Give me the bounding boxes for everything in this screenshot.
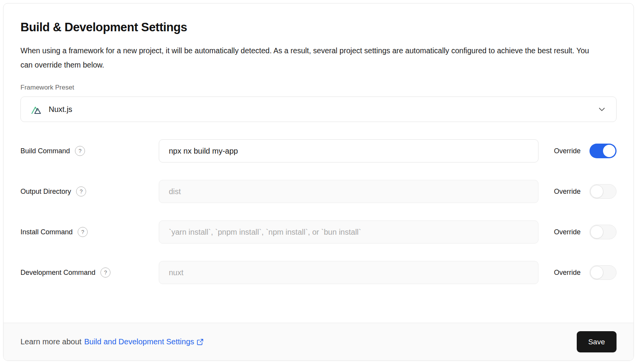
override-label: Override: [554, 228, 581, 236]
output-directory-label-group: Output Directory ?: [20, 186, 159, 196]
output-directory-row: Output Directory ? Override: [20, 180, 617, 203]
output-directory-input: [159, 180, 538, 203]
question-mark-icon[interactable]: ?: [100, 267, 110, 278]
install-command-label-group: Install Command ?: [20, 227, 159, 237]
development-command-label: Development Command: [20, 269, 95, 277]
build-command-label-group: Build Command ?: [20, 146, 159, 156]
framework-preset-select[interactable]: Nuxt.js: [20, 97, 617, 122]
external-link-icon: [196, 338, 204, 346]
toggle-knob: [590, 185, 603, 198]
development-command-override-toggle[interactable]: [589, 265, 617, 280]
question-mark-icon[interactable]: ?: [78, 227, 88, 237]
build-command-input[interactable]: [159, 139, 538, 163]
chevron-down-icon: [598, 105, 606, 113]
development-command-label-group: Development Command ?: [20, 267, 159, 278]
nuxtjs-logo-icon: [31, 104, 43, 115]
settings-description: When using a framework for a new project…: [20, 44, 594, 72]
card-content: Build & Development Settings When using …: [3, 3, 634, 323]
development-command-row: Development Command ? Override: [20, 261, 617, 284]
framework-preset-value: Nuxt.js: [49, 105, 72, 114]
install-command-override: Override: [554, 225, 617, 239]
learn-more-text: Learn more about Build and Development S…: [20, 337, 204, 346]
toggle-knob: [590, 225, 603, 239]
install-command-row: Install Command ? Override: [20, 220, 617, 244]
override-label: Override: [554, 147, 581, 155]
docs-link-label: Build and Development Settings: [84, 337, 194, 346]
framework-preset-selected: Nuxt.js: [31, 104, 72, 115]
toggle-knob: [590, 266, 603, 279]
output-directory-label: Output Directory: [20, 188, 71, 196]
save-button[interactable]: Save: [577, 331, 617, 352]
output-directory-override-toggle[interactable]: [589, 184, 617, 199]
toggle-knob: [603, 145, 615, 157]
build-settings-docs-link[interactable]: Build and Development Settings: [84, 337, 204, 346]
question-mark-icon[interactable]: ?: [76, 186, 86, 196]
install-command-label: Install Command: [20, 228, 73, 236]
install-command-input: [159, 220, 538, 244]
override-label: Override: [554, 269, 581, 277]
framework-preset-label: Framework Preset: [20, 84, 617, 91]
build-command-override-toggle[interactable]: [589, 144, 617, 158]
install-command-override-toggle[interactable]: [589, 225, 617, 239]
build-command-label: Build Command: [20, 147, 70, 155]
card-footer: Learn more about Build and Development S…: [3, 323, 634, 361]
build-command-row: Build Command ? Override: [20, 139, 617, 163]
build-settings-card: Build & Development Settings When using …: [3, 3, 634, 361]
build-command-override: Override: [554, 144, 617, 158]
override-label: Override: [554, 188, 581, 196]
output-directory-override: Override: [554, 184, 617, 199]
learn-more-prefix: Learn more about: [20, 337, 82, 346]
question-mark-icon[interactable]: ?: [75, 146, 85, 156]
development-command-override: Override: [554, 265, 617, 280]
development-command-input: [159, 261, 538, 284]
page-title: Build & Development Settings: [20, 20, 617, 34]
